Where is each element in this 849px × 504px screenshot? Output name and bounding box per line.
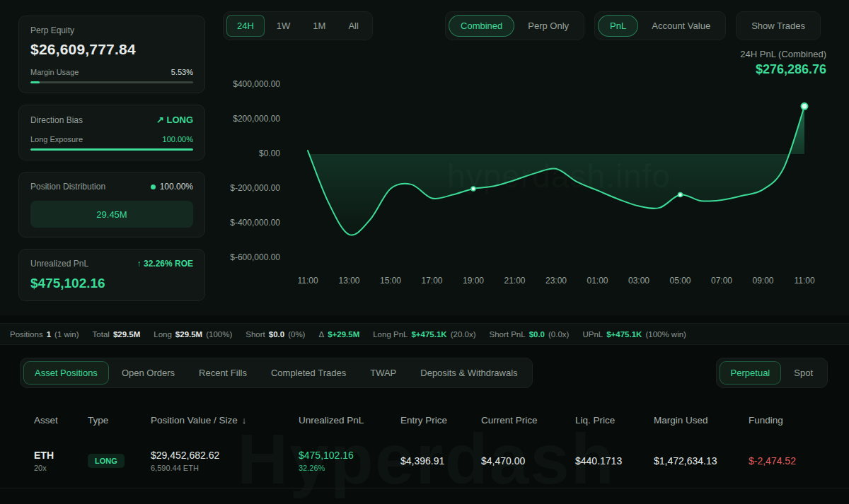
table-row[interactable]: ETH20xLONG$29,452,682.626,590.44 ETH$475… [0,437,849,488]
position-distribution-pct-text: 100.00% [160,182,193,192]
x-axis-label: 17:00 [411,276,454,286]
roe-value: ↑ 32.26% ROE [137,259,193,269]
col-header-type[interactable]: Type [88,415,151,426]
tab-recent-fills[interactable]: Recent Fills [187,361,258,385]
market-type-tabs: PerpetualSpot [716,358,828,388]
margin-usage-label: Margin Usage [30,68,79,76]
stat-label: UPnL [582,330,603,339]
chart-controls: CombinedPerp Only PnLAccount Value Show … [445,11,821,40]
stat-value: 1 [47,330,51,339]
cell-main: $4,396.91 [400,455,481,467]
stat-label: Total [93,330,110,339]
stat-extra: (100%) [206,330,232,339]
direction-bias-text: LONG [166,115,193,125]
x-axis-label: 19:00 [452,276,495,286]
time-range-group: 24H1W1MAll [223,11,373,40]
sidebar: Perp Equity $26,609,777.84 Margin Usage … [18,16,205,312]
stat-item: Δ$+29.5M [318,330,359,339]
position-distribution-pct: 100.00% [151,182,193,192]
x-axis-label: 15:00 [369,276,412,286]
stat-short: Short$0.0(0%) [246,330,305,339]
pnl-chart[interactable]: hyperdash.info $400,000.00$200,000.00$0.… [233,75,833,287]
metric-account-value[interactable]: Account Value [640,15,722,37]
time-range-all[interactable]: All [337,15,369,37]
trend-up-icon: ↗ [156,115,164,125]
col-header-asset[interactable]: Asset [34,415,88,426]
tab-completed-trades[interactable]: Completed Trades [260,361,357,385]
stat-long-pnl: Long PnL$+475.1K(20.0x) [373,330,475,339]
stat-long: Long$29.5M(100%) [154,330,232,339]
stat-value: $+475.1K [606,330,642,339]
section-tabs: Asset PositionsOpen OrdersRecent FillsCo… [20,358,533,388]
stat-label: Positions [10,330,43,339]
col-header-unrealized-pnl[interactable]: Unrealized PnL [299,415,400,426]
x-axis-label: 07:00 [700,276,743,286]
stat-short-pnl: Short PnL$0.0(0.0x) [489,330,569,339]
y-axis-label: $-200,000.00 [230,183,280,193]
trading-dashboard: Perp Equity $26,609,777.84 Margin Usage … [0,0,849,504]
mode-combined[interactable]: Combined [449,15,514,37]
margin-usage-bar-fill [30,81,40,83]
chart-title: 24H PnL (Combined) [740,49,826,59]
stat-value: $+475.1K [411,330,446,339]
cell-margin-used: $1,472,634.13 [654,455,749,467]
show-trades-group: Show Trades [736,11,821,40]
time-range-1m[interactable]: 1M [302,15,336,37]
tab-deposits-withdrawals[interactable]: Deposits & Withdrawals [409,361,529,385]
mode-perp-only[interactable]: Perp Only [516,15,581,37]
data-point-marker [678,193,683,197]
distribution-dot-icon [151,184,156,189]
cell-type: LONG [88,454,151,468]
cell-main: $1,472,634.13 [654,455,749,467]
position-distribution-label: Position Distribution [30,182,105,192]
margin-usage-bar [30,81,193,83]
tab-spot[interactable]: Spot [782,361,824,385]
unrealized-pnl-label: Unrealized PnL [30,259,88,269]
long-exposure-bar-fill [30,148,193,151]
x-axis-label: 09:00 [742,276,785,286]
time-range-24h[interactable]: 24H [226,15,265,37]
show-trades-button[interactable]: Show Trades [739,15,817,37]
stat-value: $0.0 [269,330,284,339]
col-header-liq-price[interactable]: Liq. Price [575,415,654,426]
col-header-position-value-size[interactable]: Position Value / Size↓ [151,415,299,426]
cell-main: $4,470.00 [481,455,575,467]
stat-label: Short PnL [489,330,525,339]
col-header-entry-price[interactable]: Entry Price [400,415,481,426]
col-header-margin-used[interactable]: Margin Used [654,415,749,426]
tab-perpetual[interactable]: Perpetual [720,361,782,385]
col-header-funding[interactable]: Funding [749,415,849,426]
col-header-current-price[interactable]: Current Price [481,415,575,426]
y-axis-label: $0.00 [259,148,280,158]
cell-entry-price: $4,396.91 [400,455,481,467]
direction-bias-label: Direction Bias [30,115,83,125]
stat-upnl: UPnL$+475.1K(100% win) [582,330,686,339]
time-range-1w[interactable]: 1W [266,15,301,37]
stat-extra: (100% win) [645,330,686,339]
sort-desc-icon: ↓ [242,415,247,426]
stat-label: Short [246,330,265,339]
x-axis-label: 03:00 [618,276,660,286]
cell-funding: $-2,474.52 [749,455,849,467]
stat-value: $29.5M [175,330,202,339]
stat-value: $29.5M [113,330,140,339]
position-distribution-bar[interactable]: 29.45M [30,201,193,228]
stat-extra: (20.0x) [451,330,476,339]
x-axis-label: 13:00 [328,276,371,286]
tab-asset-positions[interactable]: Asset Positions [23,361,109,385]
stat-label: Long [154,330,172,339]
x-axis-label: 05:00 [659,276,702,286]
perp-equity-value: $26,609,777.84 [30,41,193,58]
positions-summary-bar: Positions1(1 win)Total$29.5MLong$29.5M(1… [0,323,849,345]
stat-extra: (0%) [288,330,305,339]
positions-table-header: AssetTypePosition Value / Size↓Unrealize… [0,404,849,435]
stat-label: Δ [318,330,324,339]
y-axis-label: $400,000.00 [233,79,280,89]
direction-bias-card: Direction Bias ↗ LONG Long Exposure 100.… [18,105,205,160]
metric-pnl[interactable]: PnL [598,15,638,37]
chart-plot-area [289,75,828,267]
y-axis-label: $-400,000.00 [230,218,280,228]
tab-open-orders[interactable]: Open Orders [110,361,186,385]
metric-toggle-group: PnLAccount Value [594,11,726,40]
tab-twap[interactable]: TWAP [359,361,408,385]
